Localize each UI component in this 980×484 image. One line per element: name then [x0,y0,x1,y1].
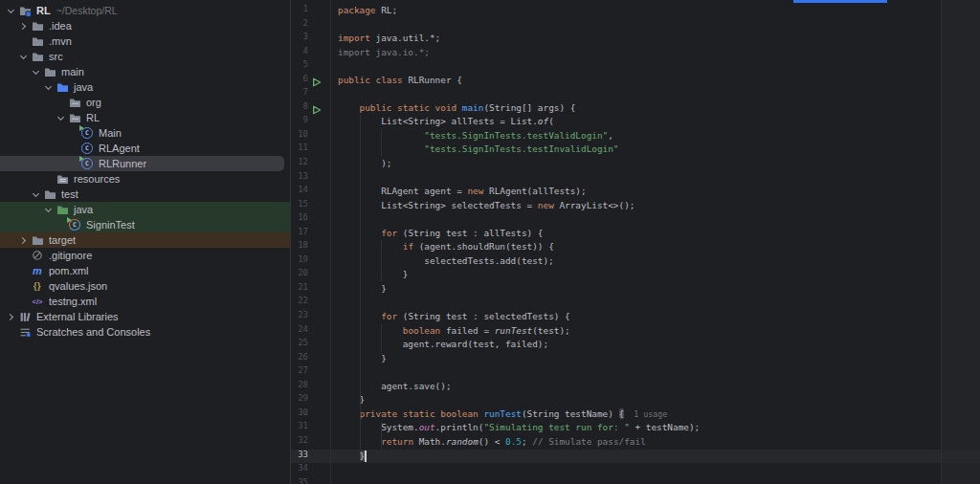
chevron-expanded-icon[interactable] [43,82,54,93]
tree-item-idea[interactable]: .idea [0,18,290,33]
chevron-expanded-icon[interactable] [31,189,41,200]
code-line[interactable] [331,365,980,380]
line-number[interactable]: 21 [291,282,308,292]
code-line[interactable]: agent.save(); [331,380,980,394]
line-number[interactable]: 17 [291,227,308,236]
code-line[interactable]: ); [331,157,980,171]
line-number[interactable]: 24 [291,324,308,334]
code-line[interactable]: if (agent.shouldRun(test)) { [331,240,980,254]
tree-item-org[interactable]: org [0,95,290,110]
code-line[interactable]: for (String test : allTests) { [331,227,980,241]
line-number[interactable]: 22 [291,296,308,305]
chevron-expanded-icon[interactable] [43,205,54,215]
code-line[interactable]: } [331,268,980,282]
line-number[interactable]: 28 [291,380,308,389]
line-number[interactable]: 14 [291,185,308,194]
code-line[interactable]: boolean failed = runTest(test); [331,324,980,339]
line-number[interactable]: 27 [291,365,308,375]
code-line[interactable]: public class RLRunner { [331,74,980,88]
line-number[interactable]: 32 [291,435,308,445]
line-number[interactable]: 35 [291,477,308,484]
code-line[interactable]: for (String test : selectedTests) { [331,310,980,324]
line-number[interactable]: 34 [291,463,308,473]
tree-item-rlagent[interactable]: CRLAgent [0,141,290,156]
line-number[interactable]: 9 [291,115,308,124]
tree-item-gitignore[interactable]: .gitignore [0,248,290,263]
tree-item-rlrunner[interactable]: CRLRunner [0,156,284,171]
code-line[interactable]: List<String> selectedTests = new ArrayLi… [331,199,980,213]
line-number[interactable]: 19 [291,254,308,264]
editor[interactable]: 1234567891011121314151617181920212223242… [291,0,980,484]
line-number[interactable]: 7 [291,87,308,97]
code-line[interactable] [331,171,980,186]
tree-item-java[interactable]: java [0,202,290,217]
line-number[interactable]: 18 [291,240,308,250]
code-line[interactable]: "tests.SignInTests.testValidLogin", [331,129,980,143]
line-number[interactable]: 5 [291,59,308,69]
line-number[interactable]: 23 [291,310,308,319]
line-number[interactable]: 3 [291,32,308,41]
tree-item-main[interactable]: CMain [0,125,290,141]
tree-item-scratches-and-consoles[interactable]: Scratches and Consoles [0,324,290,340]
code-line[interactable]: import java.io.*; [331,46,980,60]
line-number[interactable]: 20 [291,268,308,277]
code-line[interactable] [331,296,980,310]
line-number[interactable]: 13 [291,171,308,181]
editor-gutter[interactable]: 1234567891011121314151617181920212223242… [291,0,331,484]
code-line[interactable]: package RL; [331,4,980,18]
code-line[interactable] [331,212,980,227]
line-number[interactable]: 6 [291,74,308,83]
line-number[interactable]: 33 [291,450,308,459]
code-line[interactable]: "tests.SignInTests.testInvalidLogin" [331,143,980,157]
code-line[interactable]: List<String> allTests = List.of( [331,115,980,129]
tree-item-mvn[interactable]: .mvn [0,33,290,49]
code-line[interactable]: } [331,282,980,297]
line-number[interactable]: 16 [291,212,308,222]
tree-item-rl[interactable]: RL [0,110,290,125]
code-line[interactable] [331,477,980,484]
code-line[interactable]: } [331,352,980,366]
tree-item-signintest[interactable]: CSigninTest [0,217,290,232]
code-line[interactable] [331,18,980,33]
code-line[interactable] [331,87,980,101]
tree-item-resources[interactable]: resources [0,171,290,187]
tree-item-target[interactable]: target [0,232,290,248]
tree-item-qvalues-json[interactable]: {}qvalues.json [0,278,290,294]
chevron-collapsed-icon[interactable] [6,312,16,322]
code-line[interactable] [331,463,980,477]
line-number[interactable]: 12 [291,157,308,166]
code-line[interactable]: System.out.println("Simulating test run … [331,421,980,435]
code-line[interactable]: public static void main(String[] args) { [331,101,980,116]
line-number[interactable]: 4 [291,46,308,55]
line-number[interactable]: 29 [291,393,308,403]
tree-item-test[interactable]: test [0,187,290,202]
chevron-expanded-icon[interactable] [6,6,16,16]
tree-item-testng-xml[interactable]: </>testng.xml [0,294,290,309]
line-number[interactable]: 30 [291,407,308,417]
code-line[interactable]: agent.reward(test, failed); [331,338,980,352]
line-number[interactable]: 31 [291,421,308,430]
tree-item-src[interactable]: src [0,49,290,64]
code-line[interactable]: private static boolean runTest(String te… [331,407,980,422]
tree-item-rl[interactable]: RL~/Desktop/RL [0,3,290,18]
chevron-expanded-icon[interactable] [31,67,41,77]
chevron-expanded-icon[interactable] [18,52,29,62]
line-number[interactable]: 2 [291,18,308,28]
line-number[interactable]: 26 [291,352,308,362]
code-area[interactable]: package RL;import java.util.*;import jav… [331,0,980,484]
code-line[interactable]: return Math.random() < 0.5; // Simulate … [331,435,980,450]
line-number[interactable]: 15 [291,199,308,209]
code-line[interactable]: import java.util.*; [331,32,980,46]
code-line[interactable]: RLAgent agent = new RLAgent(allTests); [331,185,980,199]
chevron-expanded-icon[interactable] [56,113,66,123]
line-number[interactable]: 8 [291,101,308,111]
code-line[interactable] [331,59,980,74]
tree-item-pom-xml[interactable]: mpom.xml [0,263,290,278]
line-number[interactable]: 1 [291,4,308,13]
code-line[interactable]: selectedTests.add(test); [331,254,980,269]
line-number[interactable]: 10 [291,129,308,139]
tree-item-main[interactable]: main [0,64,290,79]
chevron-collapsed-icon[interactable] [18,235,29,246]
chevron-collapsed-icon[interactable] [18,21,29,32]
code-line[interactable]: } [331,393,980,407]
